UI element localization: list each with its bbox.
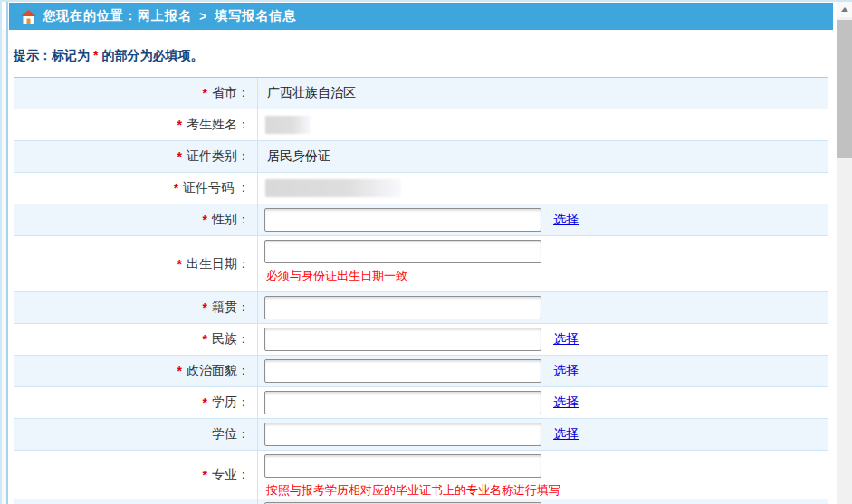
- form-row-id-number: *证件号码 ：: [14, 173, 828, 204]
- province-label-text: 省市：: [212, 85, 250, 101]
- gender-input[interactable]: [264, 208, 541, 232]
- degree-label: 学位：: [14, 419, 258, 450]
- degree-select-link[interactable]: 选择: [553, 426, 579, 442]
- scrollbar-up-button[interactable]: [837, 2, 852, 17]
- birth-date-note: 必须与身份证出生日期一致: [264, 268, 828, 284]
- political-status-input-line: 选择: [264, 359, 828, 383]
- form-row-id-type: *证件类别：居民身份证: [14, 141, 828, 173]
- native-place-input-line: [264, 296, 828, 319]
- ethnicity-value-cell: 选择: [258, 324, 828, 355]
- major-input-line: [264, 454, 828, 478]
- id-number-redacted-value: [265, 179, 401, 197]
- gender-label-text: 性别：: [212, 212, 250, 228]
- ethnicity-input-line: 选择: [264, 328, 828, 351]
- breadcrumb-prefix: 您现在的位置：: [43, 8, 138, 24]
- gender-value-cell: 选择: [258, 204, 828, 235]
- required-mark: *: [203, 395, 207, 410]
- education-input-line: 选择: [264, 391, 828, 414]
- ethnicity-select-link[interactable]: 选择: [553, 331, 579, 347]
- form-row-birth-date: *出生日期：必须与身份证出生日期一致: [14, 236, 828, 292]
- degree-label-text: 学位：: [212, 426, 250, 442]
- required-mark: *: [203, 213, 207, 227]
- next-field-label: [14, 499, 258, 504]
- required-mark: *: [177, 149, 182, 164]
- major-note: 按照与报考学历相对应的毕业证书上的专业名称进行填写: [264, 482, 828, 499]
- left-panel-line: [6, 2, 8, 504]
- education-label-text: 学历：: [212, 395, 250, 411]
- major-label: *专业：: [14, 451, 258, 499]
- province-label: *省市：: [14, 78, 258, 109]
- native-place-input[interactable]: [264, 296, 541, 319]
- required-mark: *: [203, 300, 207, 315]
- birth-date-label: *出生日期：: [14, 236, 258, 291]
- breadcrumb-current-page: 填写报名信息: [215, 8, 296, 24]
- breadcrumb-bar: 您现在的位置： 网上报名 > 填写报名信息: [9, 3, 833, 30]
- province-value: 广西壮族自治区: [264, 85, 828, 101]
- form-row-major: *专业：按照与报考学历相对应的毕业证书上的专业名称进行填写: [14, 451, 828, 499]
- native-place-value-cell: [258, 292, 828, 323]
- political-status-input[interactable]: [264, 359, 541, 383]
- political-status-value-cell: 选择: [258, 356, 828, 386]
- top-border-line: [0, 0, 852, 2]
- id-number-label: *证件号码 ：: [14, 173, 258, 204]
- breadcrumb-link-online-registration[interactable]: 网上报名: [138, 8, 192, 24]
- major-input[interactable]: [264, 454, 541, 478]
- tip-required-mark: *: [93, 48, 98, 62]
- major-value-cell: 按照与报考学历相对应的毕业证书上的专业名称进行填写: [258, 451, 828, 499]
- degree-input-line: 选择: [264, 423, 828, 446]
- birth-date-input[interactable]: [264, 240, 541, 263]
- id-type-value-cell: 居民身份证: [258, 141, 828, 172]
- political-status-label: *政治面貌：: [14, 356, 258, 386]
- required-mark: *: [177, 364, 182, 378]
- candidate-name-value-cell: [258, 109, 828, 140]
- ethnicity-label: *民族：: [14, 324, 258, 355]
- id-type-value: 居民身份证: [264, 148, 828, 165]
- required-mark: *: [203, 332, 207, 347]
- degree-value-cell: 选择: [258, 419, 828, 450]
- required-mark: *: [177, 257, 182, 271]
- education-select-link[interactable]: 选择: [553, 395, 579, 411]
- candidate-name-redacted-value: [265, 116, 311, 134]
- candidate-name-label-text: 考生姓名：: [187, 117, 250, 133]
- gender-input-line: 选择: [264, 208, 828, 232]
- birth-date-value-cell: 必须与身份证出生日期一致: [258, 236, 828, 291]
- education-input[interactable]: [264, 391, 541, 414]
- home-icon: [21, 10, 36, 24]
- id-type-label-text: 证件类别：: [187, 148, 250, 165]
- required-mark: *: [203, 86, 207, 100]
- registration-form-page: 您现在的位置： 网上报名 > 填写报名信息 提示：标记为*的部分为必填项。 *省…: [0, 0, 852, 504]
- major-label-text: 专业：: [212, 467, 250, 483]
- birth-date-input-line: [264, 240, 828, 263]
- candidate-name-label: *考生姓名：: [14, 109, 258, 140]
- breadcrumb-separator: >: [199, 9, 207, 24]
- ethnicity-label-text: 民族：: [212, 331, 250, 347]
- province-value-cell: 广西壮族自治区: [258, 78, 828, 109]
- required-mark: *: [174, 181, 178, 195]
- political-status-select-link[interactable]: 选择: [553, 363, 579, 379]
- native-place-label: *籍贯：: [14, 292, 258, 323]
- form-row-province: *省市：广西壮族自治区: [14, 78, 828, 109]
- registration-form-table: *省市：广西壮族自治区*考生姓名：*证件类别：居民身份证*证件号码 ：*性别：选…: [14, 77, 828, 504]
- vertical-scrollbar[interactable]: [837, 2, 852, 504]
- scroll-up-arrow-icon: [841, 7, 848, 12]
- form-row-gender: *性别：选择: [14, 204, 828, 236]
- form-row-education: *学历：选择: [14, 387, 828, 419]
- form-row-political-status: *政治面貌：选择: [14, 356, 828, 387]
- degree-input[interactable]: [264, 423, 541, 446]
- tip-text-after: 的部分为必填项。: [101, 48, 203, 62]
- required-mark: *: [203, 468, 207, 482]
- gender-select-link[interactable]: 选择: [553, 212, 579, 228]
- required-fields-tip: 提示：标记为*的部分为必填项。: [14, 48, 203, 64]
- form-row-ethnicity: *民族：选择: [14, 324, 828, 356]
- ethnicity-input[interactable]: [264, 328, 541, 351]
- id-number-value-cell: [258, 173, 828, 204]
- form-row-candidate-name: *考生姓名：: [14, 109, 828, 141]
- next-field-value-cell: [258, 499, 828, 504]
- id-type-label: *证件类别：: [14, 141, 258, 172]
- form-row-next-field: [14, 499, 828, 504]
- political-status-label-text: 政治面貌：: [187, 363, 250, 379]
- education-value-cell: 选择: [258, 387, 828, 418]
- education-label: *学历：: [14, 387, 258, 418]
- scrollbar-thumb[interactable]: [837, 20, 852, 158]
- id-number-label-text: 证件号码 ：: [183, 180, 250, 196]
